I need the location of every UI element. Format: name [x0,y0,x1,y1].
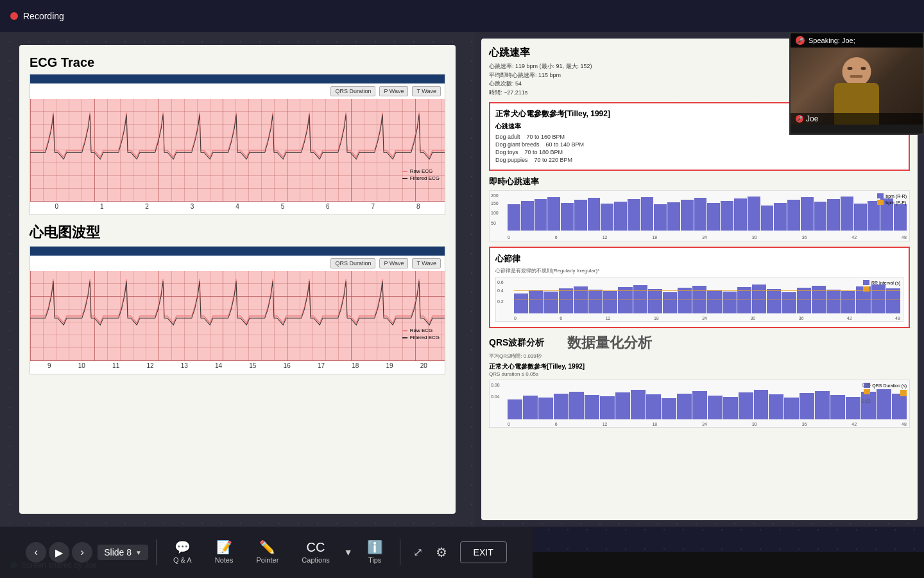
t-wave-btn[interactable]: T Wave [412,86,441,96]
bar [521,201,534,231]
qrs-ref-box: 正常犬心電參數參考[Tilley, 1992] QRS duration ≤ 0… [489,362,910,377]
left-panel: ECG Trace QRS Duration P Wave T Wave [0,32,475,527]
ecg-subtitle: 心电图波型 [30,223,445,242]
bar [769,394,783,419]
bar [784,398,799,419]
bar [854,204,867,231]
ecg-trace-top: QRS Duration P Wave T Wave [30,74,445,215]
recording-label: Recording [23,11,64,21]
ecg-grid-top: Raw ECG Filtered ECG [30,99,445,202]
camera-name: Joe [806,114,818,123]
bar [601,204,613,231]
play-button[interactable]: ▶ [49,542,69,563]
bar [646,394,661,419]
qrs-duration-btn[interactable]: QRS Duration [330,86,375,96]
qa-button[interactable]: 💬 Q & A [164,536,201,569]
bar [841,197,853,231]
qrs-duration-btn-2[interactable]: QRS Duration [330,258,375,268]
bar [678,288,692,313]
bar [861,392,876,419]
bar [529,290,543,313]
notes-label: Notes [215,556,234,564]
bar [585,395,599,419]
bar [663,292,677,313]
ecg-trace-title: ECG Trace [30,55,445,70]
slide-dropdown-arrow: ▼ [135,549,142,556]
bar [508,399,522,419]
ecg-header-blue-2 [30,247,445,256]
captions-button[interactable]: CC Captions [293,536,338,569]
slide-left: ECG Trace QRS Duration P Wave T Wave [19,45,456,514]
ecg-grid-bottom: Raw ECG Filtered ECG [30,271,445,361]
bar [787,200,800,231]
ref-subtitle: 心跳速率 [495,122,610,131]
slide-label: Slide 8 [104,547,132,557]
slide-indicator[interactable]: Slide 8 ▼ [98,545,148,560]
ref-box-title: 正常犬心電參數參考[Tilley, 1992] [495,109,610,119]
qrs-chart: 0.08 0.04 0612182430364248 QRS Duration … [489,380,910,428]
ecg-header-blue [30,74,445,83]
p-wave-btn[interactable]: P Wave [379,86,408,96]
bar [641,197,654,231]
bar [559,288,573,313]
top-bar: Recording [0,0,924,32]
legend-filtered: Filtered ECG [410,175,440,181]
bar [739,392,753,419]
prev-button[interactable]: ‹ [26,542,46,563]
bar [800,393,814,419]
ecg-numbers-bottom: 91011121314151617181920 [30,361,445,371]
camera-header: 🎤 Speaking: Joe; [791,33,923,48]
bar [723,292,737,313]
bar [561,203,574,231]
ecg-trace-bottom: QRS Duration P Wave T Wave Raw ECG [30,246,445,374]
tips-label: Tips [368,556,381,564]
bar [894,204,907,231]
bar [574,200,587,231]
bar [648,289,662,313]
bar [723,397,738,419]
notes-button[interactable]: 📝 Notes [206,536,243,569]
bar [748,197,760,231]
t-wave-btn-2[interactable]: T Wave [412,258,441,268]
settings-button[interactable]: ⚙ [433,542,450,563]
camera-name-bar: 🎤 Joe [791,113,923,125]
legend-raw: Raw ECG [410,168,433,174]
exit-button[interactable]: EXIT [460,541,507,563]
resize-button[interactable]: ⤢ [408,543,428,562]
bar [814,202,827,231]
chart-title-1: 即時心跳速率 [489,176,910,188]
rhythm-title: 心節律 [495,253,903,265]
bar [734,198,747,231]
bar [523,396,538,419]
qa-icon: 💬 [175,541,191,554]
bar [538,398,553,419]
bar [631,390,646,419]
bar [508,204,520,231]
ecg-controls-bottom: QRS Duration P Wave T Wave [30,256,445,271]
bar [547,197,560,231]
bar [846,397,860,419]
p-wave-btn-2[interactable]: P Wave [379,258,408,268]
bar [754,390,769,419]
qrs-section: QRS波群分析 数据量化分析 平均QRS時間: 0.039秒 [489,333,910,360]
camera-feed: 🎤 Speaking: Joe; 🎤 Joe [789,32,924,135]
bar [588,290,603,313]
heart-rate-chart-section: 即時心跳速率 [489,176,910,241]
bar [654,204,667,231]
tips-button[interactable]: ℹ️ Tips [358,536,392,569]
main-content: ECG Trace QRS Duration P Wave T Wave [0,32,924,527]
bar [841,291,855,313]
bar [721,201,733,231]
ecg-controls-top: QRS Duration P Wave T Wave [30,83,445,99]
next-button[interactable]: › [72,542,92,563]
captions-dropdown[interactable]: ▼ [344,547,353,557]
bar [614,202,627,231]
pointer-button[interactable]: ✏️ Pointer [247,536,287,569]
camera-video: 🎤 Joe [791,48,923,125]
bar [662,398,676,419]
bar [826,290,841,313]
bar [615,392,630,419]
bar [827,199,840,231]
bar [774,203,787,231]
heart-rate-chart: 200 150 100 50 0612182430364248 bpm (R-R… [489,190,910,241]
